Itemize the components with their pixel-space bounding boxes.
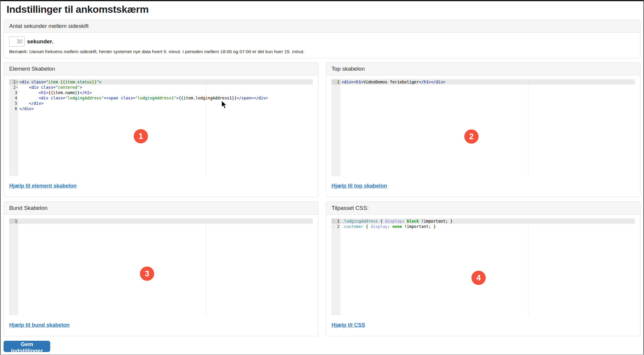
code-line[interactable]: <div><h1>VideoDemos ferieboliger</h1></d… (340, 79, 635, 85)
step-badge-2: 2 (464, 129, 479, 144)
gutter-line-number: 6 (9, 106, 18, 111)
code-line[interactable]: <div class="centered"> (18, 85, 313, 90)
element-template-panel: Element Skabelon 1▾2▾3456 <div class="it… (4, 62, 318, 197)
step-badge-1: 1 (134, 129, 148, 143)
gutter-line-number: 1 (332, 79, 340, 85)
seconds-unit-label: sekunder. (27, 38, 53, 45)
warning-icon: ⚠ (332, 224, 334, 229)
save-settings-button[interactable]: Gem indstillinger (4, 341, 50, 352)
interval-note: Bemærk: Uanset frekvens mellem sideskift… (9, 49, 304, 54)
element-panel-title: Element Skabelon (9, 66, 55, 72)
custom-css-editor[interactable]: ⚠1⚠2 .lodgingAddress { display: block !i… (332, 218, 635, 315)
help-link-top-template[interactable]: Hjælp til top skabelon (332, 183, 387, 189)
step-badge-3: 3 (140, 267, 154, 281)
window-edge-left (0, 0, 1, 355)
gutter-line-number: 1 (9, 218, 18, 224)
print-margin-line (528, 218, 528, 315)
editor-code-area[interactable]: <div><h1>VideoDemos ferieboliger</h1></d… (340, 79, 635, 176)
step-badge-4: 4 (471, 271, 486, 285)
help-link-bottom-template[interactable]: Hjælp til bund skabelon (9, 322, 70, 328)
gutter-line-number: 3 (9, 90, 18, 95)
page-title: Indstillinger til ankomstskærm (7, 4, 149, 15)
code-line[interactable]: <div class="lodgingAddress"><span class=… (18, 95, 313, 101)
interval-section-header: Antal sekunder mellem sideskift (4, 20, 640, 33)
element-panel-header: Element Skabelon (4, 63, 318, 75)
css-panel-title: Tilpasset CSS: (332, 205, 369, 211)
code-line[interactable]: </div> (18, 101, 313, 106)
bottom-template-editor[interactable]: 1 (9, 218, 313, 315)
code-line[interactable]: </div> (18, 106, 313, 111)
code-line[interactable] (18, 218, 313, 224)
seconds-input-row: sekunder. (9, 37, 53, 47)
fold-arrow-icon[interactable]: ▾ (16, 85, 18, 90)
bottom-panel-header: Bund Skabelon (4, 202, 318, 215)
print-margin-line (206, 218, 206, 315)
top-template-editor[interactable]: 1 <div><h1>VideoDemos ferieboliger</h1><… (332, 79, 635, 176)
fold-arrow-icon[interactable]: ▾ (16, 79, 18, 85)
editor-gutter: 1 (9, 218, 18, 315)
seconds-input[interactable] (9, 37, 25, 47)
gutter-line-number: ⚠1 (332, 218, 340, 224)
editor-gutter: 1▾2▾3456 (9, 79, 18, 176)
mouse-cursor-icon (221, 100, 229, 109)
warning-icon: ⚠ (332, 219, 334, 224)
gutter-line-number: 1▾ (9, 79, 18, 85)
gutter-line-number: 2▾ (9, 85, 18, 90)
help-link-element-template[interactable]: Hjælp til element skabelon (9, 183, 77, 189)
bottom-template-panel: Bund Skabelon 1 Hjælp til bund skabelon (4, 202, 318, 336)
gutter-line-number: 4 (9, 95, 18, 101)
top-panel-title: Top skabelon (332, 66, 365, 72)
interval-section-title: Antal sekunder mellem sideskift (9, 23, 89, 29)
code-line[interactable]: <div class="item {{item.status}}"> (18, 79, 313, 85)
gutter-line-number: 5 (9, 101, 18, 106)
editor-code-area[interactable]: <div class="item {{item.status}}"> <div … (18, 79, 313, 176)
print-margin-line (528, 79, 528, 176)
custom-css-panel: Tilpasset CSS: ⚠1⚠2 .lodgingAddress { di… (326, 202, 640, 336)
help-link-css[interactable]: Hjælp til CSS (332, 322, 365, 328)
css-panel-header: Tilpasset CSS: (326, 202, 640, 215)
interval-section: Antal sekunder mellem sideskift sekunder… (4, 20, 640, 58)
editor-code-area[interactable]: .lodgingAddress { display: block !import… (340, 218, 635, 315)
window-edge-top (0, 0, 644, 1)
top-template-panel: Top skabelon 1 <div><h1>VideoDemos ferie… (326, 62, 640, 197)
editor-code-area[interactable] (18, 218, 313, 315)
settings-page: { "page": { "title": "Indstillinger til … (0, 0, 644, 355)
code-line[interactable]: .lodgingAddress { display: block !import… (340, 218, 635, 224)
element-template-editor[interactable]: 1▾2▾3456 <div class="item {{item.status}… (9, 79, 313, 176)
gutter-line-number: ⚠2 (332, 224, 340, 229)
bottom-panel-title: Bund Skabelon (9, 205, 48, 211)
code-line[interactable]: <h1>{{item.name}}</h1> (18, 90, 313, 95)
print-margin-line (206, 79, 206, 176)
editor-gutter: 1 (332, 79, 340, 176)
code-line[interactable]: .customer { display: none !important; } (340, 224, 635, 229)
editor-gutter: ⚠1⚠2 (332, 218, 340, 315)
top-panel-header: Top skabelon (326, 63, 640, 75)
